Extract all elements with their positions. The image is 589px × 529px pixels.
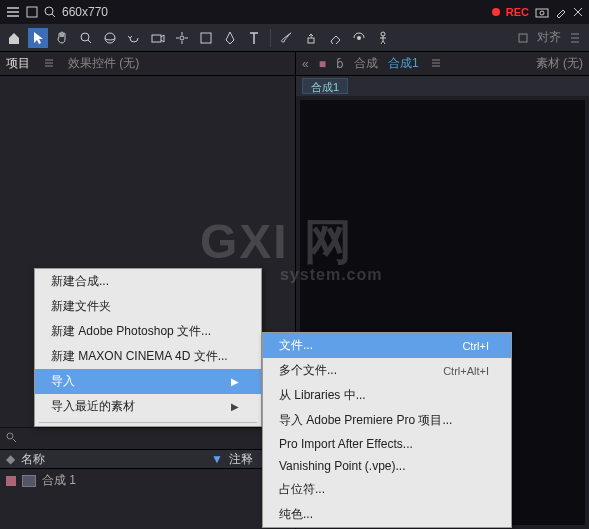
- zoom-tool-icon[interactable]: [76, 28, 96, 48]
- tab-project[interactable]: 项目: [6, 55, 30, 72]
- svg-point-7: [180, 36, 184, 40]
- project-context-menu: 新建合成... 新建文件夹 新建 Adobe Photoshop 文件... 新…: [34, 268, 262, 427]
- menu-separator: [39, 422, 257, 423]
- svg-point-11: [381, 32, 385, 36]
- svg-rect-0: [27, 7, 37, 17]
- menu-new-photoshop[interactable]: 新建 Adobe Photoshop 文件...: [35, 319, 261, 344]
- project-search-input[interactable]: [21, 433, 121, 445]
- camera-icon[interactable]: [535, 6, 549, 18]
- svg-point-5: [105, 33, 115, 43]
- svg-rect-9: [308, 38, 314, 43]
- rotate-tool-icon[interactable]: [124, 28, 144, 48]
- shortcut-label: Ctrl+Alt+I: [443, 365, 489, 377]
- selection-tool-icon[interactable]: [28, 28, 48, 48]
- menu-pro-import[interactable]: Pro Import After Effects...: [263, 433, 511, 455]
- menu-new-c4d[interactable]: 新建 MAXON CINEMA 4D 文件...: [35, 344, 261, 369]
- col-label-icon[interactable]: ◆: [6, 452, 15, 466]
- capture-dimensions: 660x770: [62, 5, 108, 19]
- rectangle-tool-icon[interactable]: [196, 28, 216, 48]
- menu-import-recent[interactable]: 导入最近的素材▶: [35, 394, 261, 419]
- svg-point-13: [7, 433, 13, 439]
- hamburger-icon[interactable]: [6, 5, 20, 19]
- menu-import-file[interactable]: 文件...Ctrl+I: [263, 333, 511, 358]
- menu-import[interactable]: 导入▶: [35, 369, 261, 394]
- svg-point-3: [540, 11, 544, 15]
- comp-subtab[interactable]: 合成1: [302, 78, 348, 94]
- close-icon[interactable]: [573, 7, 583, 17]
- svg-rect-2: [536, 9, 548, 17]
- pan-behind-tool-icon[interactable]: [172, 28, 192, 48]
- panel-menu-icon[interactable]: [44, 58, 56, 70]
- orbit-tool-icon[interactable]: [100, 28, 120, 48]
- home-icon[interactable]: [4, 28, 24, 48]
- snap-icon[interactable]: [513, 28, 533, 48]
- menu-new-folder[interactable]: 新建文件夹: [35, 294, 261, 319]
- hand-tool-icon[interactable]: [52, 28, 72, 48]
- viewer-indicator-icon: ɓ: [336, 57, 344, 71]
- viewer-lock-icon[interactable]: ■: [319, 57, 326, 71]
- roto-brush-tool-icon[interactable]: [349, 28, 369, 48]
- menu-vanishing-point[interactable]: Vanishing Point (.vpe)...: [263, 455, 511, 477]
- menu-import-premiere[interactable]: 导入 Adobe Premiere Pro 项目...: [263, 408, 511, 433]
- import-submenu: 文件...Ctrl+I 多个文件...Ctrl+Alt+I 从 Librarie…: [262, 332, 512, 528]
- align-label: 对齐: [537, 29, 561, 46]
- camera-tool-icon[interactable]: [148, 28, 168, 48]
- text-tool-icon[interactable]: [244, 28, 264, 48]
- search-icon[interactable]: [44, 6, 56, 18]
- project-item-name: 合成 1: [42, 472, 76, 489]
- menu-import-multiple[interactable]: 多个文件...Ctrl+Alt+I: [263, 358, 511, 383]
- label-color-swatch: [6, 476, 16, 486]
- window-icon[interactable]: [26, 6, 38, 18]
- menu-import-libraries[interactable]: 从 Libraries 中...: [263, 383, 511, 408]
- record-label: REC: [506, 6, 529, 18]
- composition-icon: [22, 475, 36, 487]
- viewer-type-label: 合成: [354, 55, 378, 72]
- svg-point-4: [81, 33, 89, 41]
- footage-tab[interactable]: 素材 (无): [536, 55, 583, 72]
- col-name-header[interactable]: 名称: [21, 451, 205, 468]
- sort-indicator-icon[interactable]: ▼: [211, 452, 223, 466]
- brush-tool-icon[interactable]: [277, 28, 297, 48]
- edit-pencil-icon[interactable]: [555, 6, 567, 18]
- tab-effect-controls[interactable]: 效果控件 (无): [68, 55, 139, 72]
- puppet-tool-icon[interactable]: [373, 28, 393, 48]
- viewer-panel-menu-icon[interactable]: [431, 58, 443, 70]
- svg-point-10: [357, 36, 361, 40]
- eraser-tool-icon[interactable]: [325, 28, 345, 48]
- search-icon: [6, 432, 17, 446]
- pen-tool-icon[interactable]: [220, 28, 240, 48]
- viewer-active-comp[interactable]: 合成1: [388, 55, 419, 72]
- menu-placeholder[interactable]: 占位符...: [263, 477, 511, 502]
- options-icon[interactable]: [565, 28, 585, 48]
- project-item-comp[interactable]: 合成 1: [0, 469, 295, 492]
- clone-stamp-tool-icon[interactable]: [301, 28, 321, 48]
- shortcut-label: Ctrl+I: [462, 340, 489, 352]
- svg-point-1: [45, 7, 53, 15]
- submenu-arrow-icon: ▶: [231, 401, 239, 412]
- record-indicator-icon: [492, 8, 500, 16]
- toolbar-separator: [270, 29, 271, 47]
- svg-rect-6: [152, 35, 161, 42]
- viewer-caret-icon[interactable]: «: [302, 57, 309, 71]
- submenu-arrow-icon: ▶: [231, 376, 239, 387]
- svg-rect-12: [519, 34, 527, 42]
- menu-solid[interactable]: 纯色...: [263, 502, 511, 527]
- menu-new-comp[interactable]: 新建合成...: [35, 269, 261, 294]
- svg-rect-8: [201, 33, 211, 43]
